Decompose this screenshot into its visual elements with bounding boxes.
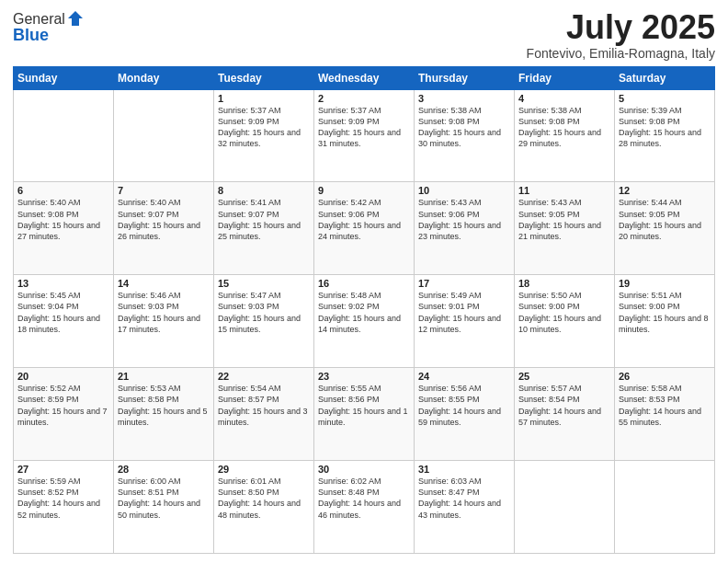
day-cell: 27Sunrise: 5:59 AM Sunset: 8:52 PM Dayli… xyxy=(14,461,114,554)
day-cell: 11Sunrise: 5:43 AM Sunset: 9:05 PM Dayli… xyxy=(515,182,615,275)
day-cell xyxy=(515,461,615,554)
day-number: 8 xyxy=(218,185,310,196)
day-number: 24 xyxy=(418,371,510,382)
title-block: July 2025 Fontevivo, Emilia-Romagna, Ita… xyxy=(527,9,715,61)
day-number: 20 xyxy=(17,371,109,382)
header-row: Sunday Monday Tuesday Wednesday Thursday… xyxy=(14,66,715,89)
day-cell: 19Sunrise: 5:51 AM Sunset: 9:00 PM Dayli… xyxy=(615,275,715,368)
day-cell: 6Sunrise: 5:40 AM Sunset: 9:08 PM Daylig… xyxy=(14,182,114,275)
day-info: Sunrise: 5:44 AM Sunset: 9:05 PM Dayligh… xyxy=(619,197,711,242)
day-cell: 24Sunrise: 5:56 AM Sunset: 8:55 PM Dayli… xyxy=(415,368,515,461)
day-cell: 28Sunrise: 6:00 AM Sunset: 8:51 PM Dayli… xyxy=(114,461,214,554)
day-number: 27 xyxy=(17,464,109,475)
day-cell: 18Sunrise: 5:50 AM Sunset: 9:00 PM Dayli… xyxy=(515,275,615,368)
day-cell: 3Sunrise: 5:38 AM Sunset: 9:08 PM Daylig… xyxy=(415,89,515,182)
day-cell: 14Sunrise: 5:46 AM Sunset: 9:03 PM Dayli… xyxy=(114,275,214,368)
day-cell: 22Sunrise: 5:54 AM Sunset: 8:57 PM Dayli… xyxy=(214,368,314,461)
day-cell: 26Sunrise: 5:58 AM Sunset: 8:53 PM Dayli… xyxy=(615,368,715,461)
day-info: Sunrise: 5:37 AM Sunset: 9:09 PM Dayligh… xyxy=(218,105,310,150)
day-number: 5 xyxy=(619,93,711,104)
day-number: 3 xyxy=(418,93,510,104)
day-number: 25 xyxy=(518,371,610,382)
col-wednesday: Wednesday xyxy=(314,66,415,89)
day-number: 23 xyxy=(318,371,410,382)
day-cell xyxy=(615,461,715,554)
week-row-2: 13Sunrise: 5:45 AM Sunset: 9:04 PM Dayli… xyxy=(14,275,715,368)
day-cell: 17Sunrise: 5:49 AM Sunset: 9:01 PM Dayli… xyxy=(415,275,515,368)
day-info: Sunrise: 5:57 AM Sunset: 8:54 PM Dayligh… xyxy=(518,383,610,428)
day-number: 7 xyxy=(118,185,210,196)
day-cell: 12Sunrise: 5:44 AM Sunset: 9:05 PM Dayli… xyxy=(615,182,715,275)
day-info: Sunrise: 5:47 AM Sunset: 9:03 PM Dayligh… xyxy=(218,290,310,335)
col-tuesday: Tuesday xyxy=(214,66,314,89)
day-info: Sunrise: 5:51 AM Sunset: 9:00 PM Dayligh… xyxy=(619,290,711,335)
day-info: Sunrise: 5:38 AM Sunset: 9:08 PM Dayligh… xyxy=(518,105,610,150)
day-number: 1 xyxy=(218,93,310,104)
day-cell: 2Sunrise: 5:37 AM Sunset: 9:09 PM Daylig… xyxy=(314,89,415,182)
week-row-4: 27Sunrise: 5:59 AM Sunset: 8:52 PM Dayli… xyxy=(14,461,715,554)
day-info: Sunrise: 5:40 AM Sunset: 9:08 PM Dayligh… xyxy=(17,197,109,242)
day-number: 14 xyxy=(118,278,210,289)
day-info: Sunrise: 5:50 AM Sunset: 9:00 PM Dayligh… xyxy=(518,290,610,335)
day-cell: 21Sunrise: 5:53 AM Sunset: 8:58 PM Dayli… xyxy=(114,368,214,461)
day-cell: 30Sunrise: 6:02 AM Sunset: 8:48 PM Dayli… xyxy=(314,461,415,554)
day-cell: 7Sunrise: 5:40 AM Sunset: 9:07 PM Daylig… xyxy=(114,182,214,275)
day-cell xyxy=(14,89,114,182)
day-info: Sunrise: 5:46 AM Sunset: 9:03 PM Dayligh… xyxy=(118,290,210,335)
week-row-0: 1Sunrise: 5:37 AM Sunset: 9:09 PM Daylig… xyxy=(14,89,715,182)
day-cell: 29Sunrise: 6:01 AM Sunset: 8:50 PM Dayli… xyxy=(214,461,314,554)
day-cell: 23Sunrise: 5:55 AM Sunset: 8:56 PM Dayli… xyxy=(314,368,415,461)
day-info: Sunrise: 5:43 AM Sunset: 9:05 PM Dayligh… xyxy=(518,197,610,242)
col-friday: Friday xyxy=(515,66,615,89)
day-number: 4 xyxy=(518,93,610,104)
col-saturday: Saturday xyxy=(615,66,715,89)
day-info: Sunrise: 5:48 AM Sunset: 9:02 PM Dayligh… xyxy=(318,290,410,335)
page: General Blue July 2025 Fontevivo, Emilia… xyxy=(0,0,728,563)
week-row-3: 20Sunrise: 5:52 AM Sunset: 8:59 PM Dayli… xyxy=(14,368,715,461)
svg-marker-0 xyxy=(68,11,83,26)
logo-blue-text: Blue xyxy=(13,26,49,45)
day-cell: 9Sunrise: 5:42 AM Sunset: 9:06 PM Daylig… xyxy=(314,182,415,275)
day-number: 15 xyxy=(218,278,310,289)
day-info: Sunrise: 5:39 AM Sunset: 9:08 PM Dayligh… xyxy=(619,105,711,150)
day-number: 13 xyxy=(17,278,109,289)
day-number: 17 xyxy=(418,278,510,289)
day-info: Sunrise: 5:59 AM Sunset: 8:52 PM Dayligh… xyxy=(17,476,109,521)
day-cell: 20Sunrise: 5:52 AM Sunset: 8:59 PM Dayli… xyxy=(14,368,114,461)
day-info: Sunrise: 5:40 AM Sunset: 9:07 PM Dayligh… xyxy=(118,197,210,242)
day-info: Sunrise: 5:49 AM Sunset: 9:01 PM Dayligh… xyxy=(418,290,510,335)
day-cell: 15Sunrise: 5:47 AM Sunset: 9:03 PM Dayli… xyxy=(214,275,314,368)
day-number: 6 xyxy=(17,185,109,196)
day-number: 2 xyxy=(318,93,410,104)
day-info: Sunrise: 6:00 AM Sunset: 8:51 PM Dayligh… xyxy=(118,476,210,521)
day-number: 18 xyxy=(518,278,610,289)
day-cell: 4Sunrise: 5:38 AM Sunset: 9:08 PM Daylig… xyxy=(515,89,615,182)
day-info: Sunrise: 5:54 AM Sunset: 8:57 PM Dayligh… xyxy=(218,383,310,428)
day-info: Sunrise: 5:58 AM Sunset: 8:53 PM Dayligh… xyxy=(619,383,711,428)
day-cell: 16Sunrise: 5:48 AM Sunset: 9:02 PM Dayli… xyxy=(314,275,415,368)
day-info: Sunrise: 5:56 AM Sunset: 8:55 PM Dayligh… xyxy=(418,383,510,428)
day-info: Sunrise: 5:53 AM Sunset: 8:58 PM Dayligh… xyxy=(118,383,210,428)
day-cell: 10Sunrise: 5:43 AM Sunset: 9:06 PM Dayli… xyxy=(415,182,515,275)
day-info: Sunrise: 6:02 AM Sunset: 8:48 PM Dayligh… xyxy=(318,476,410,521)
day-number: 19 xyxy=(619,278,711,289)
day-cell: 25Sunrise: 5:57 AM Sunset: 8:54 PM Dayli… xyxy=(515,368,615,461)
day-number: 29 xyxy=(218,464,310,475)
day-cell: 1Sunrise: 5:37 AM Sunset: 9:09 PM Daylig… xyxy=(214,89,314,182)
day-info: Sunrise: 5:37 AM Sunset: 9:09 PM Dayligh… xyxy=(318,105,410,150)
day-number: 16 xyxy=(318,278,410,289)
day-number: 31 xyxy=(418,464,510,475)
day-number: 10 xyxy=(418,185,510,196)
header: General Blue July 2025 Fontevivo, Emilia… xyxy=(13,9,715,61)
day-info: Sunrise: 5:55 AM Sunset: 8:56 PM Dayligh… xyxy=(318,383,410,428)
subtitle: Fontevivo, Emilia-Romagna, Italy xyxy=(527,46,715,61)
day-cell: 31Sunrise: 6:03 AM Sunset: 8:47 PM Dayli… xyxy=(415,461,515,554)
day-number: 26 xyxy=(619,371,711,382)
day-info: Sunrise: 5:38 AM Sunset: 9:08 PM Dayligh… xyxy=(418,105,510,150)
day-number: 28 xyxy=(118,464,210,475)
logo: General Blue xyxy=(13,9,85,45)
day-info: Sunrise: 5:52 AM Sunset: 8:59 PM Dayligh… xyxy=(17,383,109,428)
day-cell: 8Sunrise: 5:41 AM Sunset: 9:07 PM Daylig… xyxy=(214,182,314,275)
day-info: Sunrise: 5:43 AM Sunset: 9:06 PM Dayligh… xyxy=(418,197,510,242)
day-info: Sunrise: 6:01 AM Sunset: 8:50 PM Dayligh… xyxy=(218,476,310,521)
